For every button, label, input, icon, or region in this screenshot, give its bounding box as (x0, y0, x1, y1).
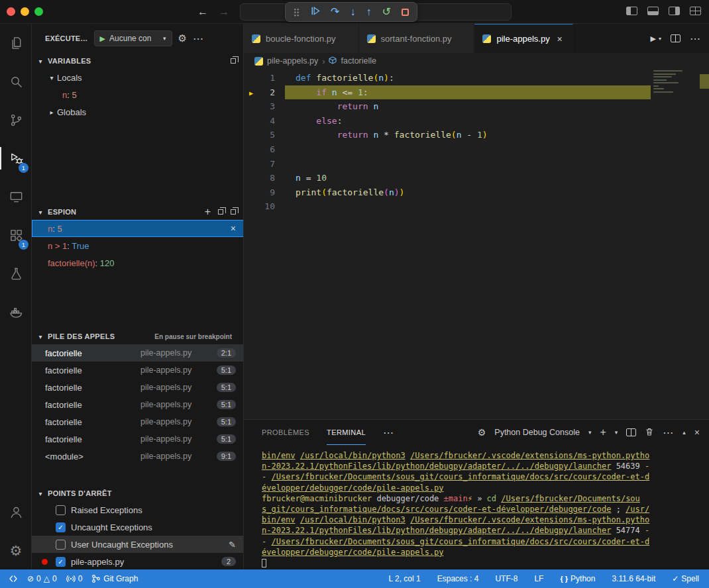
restart-button[interactable]: ↺ (382, 7, 390, 17)
breadcrumb-file[interactable]: pile-appels.py (267, 56, 318, 66)
extensions-icon[interactable]: 1 (0, 216, 32, 254)
code-line[interactable]: 3 return n (244, 99, 709, 114)
globals-scope[interactable]: ▸ Globals (32, 103, 244, 121)
run-python-file-icon[interactable]: ▶ (651, 34, 656, 43)
toggle-secondary-sidebar-icon[interactable] (669, 7, 680, 15)
add-watch-expression-icon[interactable]: + (205, 207, 211, 217)
watch-item[interactable]: factorielle(n): 120 × (32, 254, 244, 271)
stop-button[interactable] (402, 9, 409, 16)
call-stack-frame[interactable]: factorielle pile-appels.py 5:1 (32, 413, 244, 430)
code-line[interactable]: 2 if n <= 1: (244, 85, 709, 100)
code-content[interactable]: print(factorielle(n)) (285, 185, 651, 200)
code-line[interactable]: 8 n = 10 (244, 171, 709, 185)
spell-checker[interactable]: ✓ Spell (669, 569, 702, 588)
toggle-sidebar-icon[interactable] (626, 7, 637, 15)
remote-explorer-icon[interactable] (0, 177, 32, 216)
editor-more-actions-icon[interactable]: ⋯ (690, 32, 701, 45)
breakpoint-checkbox[interactable] (56, 522, 66, 532)
breakpoint-checkbox[interactable] (56, 557, 66, 567)
eol-status[interactable]: LF (531, 569, 547, 588)
code-content[interactable]: def factorielle(n): (285, 71, 651, 85)
close-panel-icon[interactable]: × (694, 427, 700, 438)
breakpoint-item[interactable]: Uncaught Exceptions ✎ (32, 518, 244, 536)
code-content[interactable]: n = 10 (285, 171, 651, 185)
git-graph-button[interactable]: Git Graph (88, 569, 141, 588)
close-window-button[interactable] (7, 7, 15, 16)
watch-item[interactable]: n: 5 × (32, 220, 244, 237)
code-content[interactable]: if n <= 1: (285, 85, 651, 100)
code-content[interactable] (285, 199, 651, 214)
breakpoint-item[interactable]: User Uncaught Exceptions ✎ (32, 536, 244, 553)
editor-tab[interactable]: sortant-fonction.py × (359, 24, 475, 53)
testing-icon[interactable] (0, 254, 32, 293)
split-terminal-icon[interactable] (626, 428, 636, 436)
editor-tab[interactable]: boucle-fonction.py × (244, 24, 359, 53)
code-content[interactable] (285, 142, 651, 157)
code-line[interactable]: 4 else: (244, 114, 709, 128)
terminal[interactable]: bin/env /usr/local/bin/python3 /Users/fb… (244, 445, 709, 568)
locals-scope[interactable]: ▾ Locals (32, 69, 244, 86)
edit-breakpoint-icon[interactable]: ✎ (229, 540, 236, 550)
ports-status[interactable]: 0 (63, 569, 86, 588)
remote-indicator[interactable] (5, 569, 21, 588)
collapse-all-icon[interactable] (218, 209, 223, 215)
start-debug-icon[interactable]: ▶ (100, 34, 105, 43)
indentation-status[interactable]: Espaces : 4 (434, 569, 482, 588)
breadcrumb-symbol[interactable]: factorielle (341, 56, 376, 66)
tab-terminal[interactable]: TERMINAL (327, 420, 366, 445)
editor-gutter[interactable]: 2 (244, 85, 285, 100)
variable-item[interactable]: n: 5 (32, 86, 244, 103)
minimap[interactable] (653, 70, 693, 94)
maximize-panel-icon[interactable]: ▴ (682, 429, 686, 436)
split-editor-icon[interactable] (671, 34, 681, 42)
zoom-window-button[interactable] (34, 7, 43, 16)
settings-gear-icon[interactable]: ⚙ (0, 531, 32, 569)
call-stack-frame[interactable]: factorielle pile-appels.py 5:1 (32, 396, 244, 413)
debug-config-dropdown[interactable]: ▶ Aucune con ▾ (94, 30, 172, 46)
editor-gutter[interactable]: 1 (244, 71, 285, 85)
run-dropdown-icon[interactable]: ▾ (659, 36, 661, 42)
terminal-selector[interactable]: Python Debug Console (494, 428, 580, 437)
customize-layout-icon[interactable] (690, 7, 701, 15)
overview-ruler[interactable] (700, 69, 709, 419)
accounts-icon[interactable] (0, 493, 32, 531)
cursor-position[interactable]: L 2, col 1 (385, 569, 423, 588)
editor-gutter[interactable]: 8 (244, 171, 285, 185)
navigate-back-button[interactable]: ← (197, 5, 208, 19)
call-stack-frame[interactable]: factorielle pile-appels.py 5:1 (32, 379, 244, 396)
panel-more-tabs-icon[interactable]: ⋯ (383, 426, 394, 439)
code-line[interactable]: 10 (244, 199, 709, 214)
code-line[interactable]: 5 return n * factorielle(n - 1) (244, 128, 709, 142)
source-control-icon[interactable] (0, 101, 32, 139)
watch-header[interactable]: ▾ ESPION + (32, 204, 244, 220)
code-content[interactable]: else: (285, 114, 651, 128)
minimize-window-button[interactable] (21, 7, 29, 16)
code-editor[interactable]: 1 def factorielle(n): 2 if n <= 1: (244, 69, 709, 419)
editor-gutter[interactable]: 6 (244, 142, 285, 157)
chevron-down-icon[interactable]: ▾ (588, 429, 592, 436)
code-content[interactable]: return n (285, 99, 651, 114)
problems-status[interactable]: ⊘ 0 △ 0 (24, 569, 60, 588)
code-content[interactable]: return n * factorielle(n - 1) (285, 128, 651, 142)
editor-tab[interactable]: pile-appels.py × (474, 24, 573, 53)
python-interpreter[interactable]: 3.11.6 64-bit (608, 569, 659, 588)
new-terminal-icon[interactable]: + (600, 428, 606, 437)
editor-gutter[interactable]: 3 (244, 99, 285, 114)
code-line[interactable]: 7 (244, 157, 709, 172)
call-stack-frame[interactable]: factorielle pile-appels.py 5:1 (32, 430, 244, 448)
step-over-button[interactable]: ↷ (331, 7, 339, 17)
watch-item[interactable]: n > 1: True × (32, 237, 244, 254)
search-icon[interactable] (0, 62, 32, 101)
drag-handle-icon[interactable] (294, 8, 300, 17)
editor-gutter[interactable]: 4 (244, 114, 285, 128)
breakpoint-checkbox[interactable] (56, 505, 66, 515)
debug-settings-gear-icon[interactable]: ⚙ (178, 32, 187, 44)
breakpoint-item[interactable]: pile-appels.py ✎ 2 (32, 553, 244, 569)
toggle-panel-icon[interactable] (647, 7, 659, 15)
tab-problems[interactable]: PROBLÈMES (262, 420, 309, 445)
new-terminal-dropdown-icon[interactable]: ▾ (615, 429, 618, 436)
docker-icon[interactable] (0, 293, 32, 331)
collapse-all-icon[interactable] (231, 58, 236, 64)
call-stack-frame[interactable]: factorielle pile-appels.py 2:1 (32, 344, 244, 362)
step-into-button[interactable]: ↓ (350, 7, 355, 17)
